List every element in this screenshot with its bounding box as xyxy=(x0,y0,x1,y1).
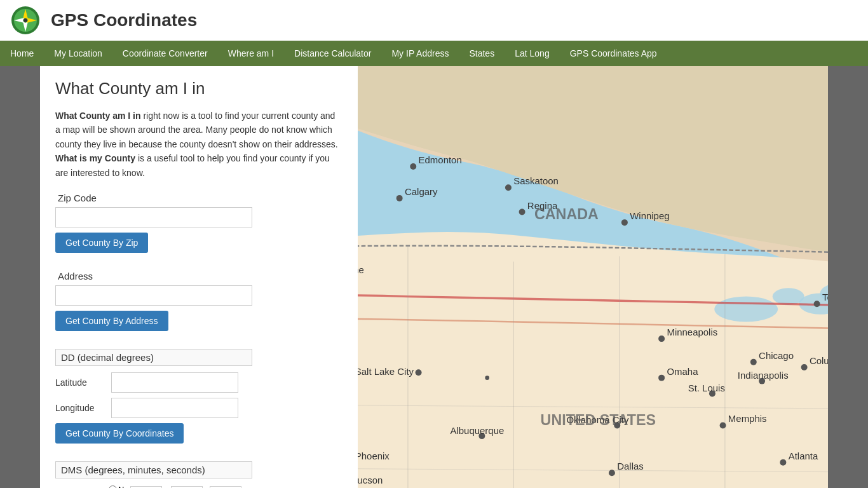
svg-text:St. Louis: St. Louis xyxy=(688,383,725,393)
intro-text: What County am I in right now is a tool … xyxy=(55,109,342,180)
svg-text:Saskatoon: Saskatoon xyxy=(513,175,559,186)
svg-point-19 xyxy=(519,209,526,215)
dms-section: DMS (degrees, minutes, seconds) Latitude… xyxy=(55,461,342,488)
svg-point-29 xyxy=(416,369,422,376)
dms-label: DMS (degrees, minutes, seconds) xyxy=(55,461,252,478)
latitude-label: Latitude xyxy=(55,377,106,388)
svg-point-23 xyxy=(658,336,665,342)
svg-text:Indianapolis: Indianapolis xyxy=(738,370,789,381)
svg-text:Winnipeg: Winnipeg xyxy=(630,210,669,221)
latitude-input[interactable] xyxy=(111,372,238,393)
svg-point-13 xyxy=(410,163,416,170)
svg-point-15 xyxy=(505,184,512,191)
dd-section: DD (decimal degrees) Latitude Longitude … xyxy=(55,349,342,451)
svg-text:Salt Lake City: Salt Lake City xyxy=(358,366,414,377)
header: GPS Coordinates xyxy=(0,0,868,41)
get-county-by-zip-button[interactable]: Get County By Zip xyxy=(55,233,148,253)
get-county-by-coords-dd-button[interactable]: Get County By Coordinates xyxy=(55,423,184,444)
nav-whereami[interactable]: Where am I xyxy=(218,41,284,66)
svg-point-8 xyxy=(714,297,778,322)
svg-point-21 xyxy=(621,219,628,226)
svg-point-17 xyxy=(397,195,403,201)
content-wrapper: What County am I in What County am I in … xyxy=(40,66,828,488)
svg-text:CANADA: CANADA xyxy=(534,206,599,222)
svg-text:Toronto: Toronto xyxy=(822,292,828,302)
svg-point-52 xyxy=(801,364,808,370)
svg-text:Chicago: Chicago xyxy=(759,350,794,361)
longitude-input[interactable] xyxy=(111,398,238,418)
main-nav: Home My Location Coordinate Converter Wh… xyxy=(0,41,868,66)
svg-point-25 xyxy=(750,359,757,365)
lat-n-radio[interactable] xyxy=(109,485,117,488)
svg-point-6 xyxy=(24,18,27,22)
logo-icon xyxy=(10,5,41,36)
get-county-by-address-button[interactable]: Get County By Address xyxy=(55,311,168,331)
lat-n-label: N xyxy=(118,485,124,488)
nav-app[interactable]: GPS Coordinates App xyxy=(560,41,667,66)
svg-text:Spokane: Spokane xyxy=(358,264,364,275)
intro-bold-2: What is my County xyxy=(55,153,135,163)
nav-home[interactable]: Home xyxy=(0,41,44,66)
svg-text:Minneapolis: Minneapolis xyxy=(667,327,717,337)
zip-input[interactable] xyxy=(55,207,252,227)
svg-text:Calgary: Calgary xyxy=(405,186,438,197)
address-input[interactable] xyxy=(55,285,252,306)
svg-text:UNITED STATES: UNITED STATES xyxy=(541,412,656,428)
address-section: Address Get County By Address xyxy=(55,271,342,339)
nav-states[interactable]: States xyxy=(459,41,505,66)
map-panel: Edmonton Saskatoon Calgary Regina Winnip… xyxy=(358,66,828,488)
zip-label: Zip Code xyxy=(55,193,342,203)
dms-latitude-row: Latitude N S ° ' " xyxy=(55,485,342,488)
dd-label: DD (decimal degrees) xyxy=(55,349,252,366)
site-title: GPS Coordinates xyxy=(51,10,197,30)
svg-text:Albuquerque: Albuquerque xyxy=(450,425,504,436)
svg-text:Tucson: Tucson xyxy=(358,475,383,485)
svg-text:Memphis: Memphis xyxy=(728,413,767,424)
lat-radio-group: N S xyxy=(109,485,124,488)
map-svg: Edmonton Saskatoon Calgary Regina Winnip… xyxy=(358,66,828,488)
nav-latlong[interactable]: Lat Long xyxy=(505,41,560,66)
svg-text:Atlanta: Atlanta xyxy=(789,451,818,461)
svg-point-46 xyxy=(720,422,726,428)
svg-point-54 xyxy=(814,301,820,307)
zip-section: Zip Code Get County By Zip xyxy=(55,193,342,261)
address-label: Address xyxy=(55,271,342,281)
svg-point-48 xyxy=(780,459,786,466)
nav-location[interactable]: My Location xyxy=(44,41,112,66)
longitude-row: Longitude xyxy=(55,398,342,418)
nav-distance[interactable]: Distance Calculator xyxy=(284,41,381,66)
intro-bold-1: What County am I in xyxy=(55,111,141,121)
svg-point-27 xyxy=(658,375,665,381)
svg-text:Columbus: Columbus xyxy=(810,355,828,366)
nav-converter[interactable]: Coordinate Converter xyxy=(112,41,218,66)
latitude-row: Latitude xyxy=(55,372,342,393)
lat-n-radio-label[interactable]: N xyxy=(109,485,124,488)
svg-point-31 xyxy=(485,376,489,380)
left-panel: What County am I in What County am I in … xyxy=(40,66,358,488)
svg-text:Phoenix: Phoenix xyxy=(358,451,390,461)
longitude-label: Longitude xyxy=(55,403,106,413)
svg-text:Dallas: Dallas xyxy=(617,461,644,471)
svg-text:Edmonton: Edmonton xyxy=(419,154,462,165)
svg-point-40 xyxy=(609,470,615,476)
page-title: What County am I in xyxy=(55,79,342,98)
svg-text:Omaha: Omaha xyxy=(667,366,698,377)
nav-ip[interactable]: My IP Address xyxy=(381,41,459,66)
